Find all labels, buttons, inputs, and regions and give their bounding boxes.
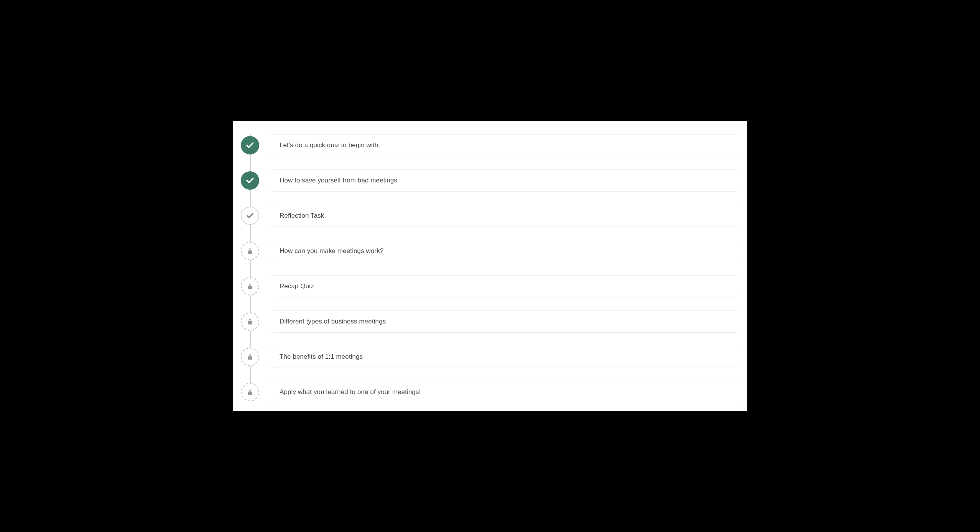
check-icon [246, 212, 254, 220]
status-badge-completed [241, 171, 259, 190]
lesson-title: How to save yourself from bad meetings [280, 177, 397, 184]
lesson-item[interactable]: Reflection Task [241, 205, 739, 227]
lesson-title: The benefits of 1:1 meetings [280, 353, 363, 360]
lesson-card[interactable]: Reflection Task [271, 205, 739, 227]
lesson-title: Different types of business meetings [280, 318, 386, 325]
status-badge-current [241, 207, 259, 225]
lock-icon [247, 353, 253, 360]
lesson-item: Different types of business meetings [241, 310, 739, 333]
check-icon [245, 176, 255, 185]
lesson-card: The benefits of 1:1 meetings [271, 346, 739, 368]
lesson-card: Recap Quiz [271, 275, 739, 297]
lesson-title: Recap Quiz [280, 282, 314, 290]
lock-icon [247, 318, 253, 325]
status-badge-locked [241, 383, 259, 401]
lesson-title: How can you make meetings work? [280, 247, 383, 255]
check-icon [245, 141, 255, 150]
lesson-card: Different types of business meetings [271, 310, 739, 333]
lesson-item: Recap Quiz [241, 275, 739, 297]
lock-icon [247, 283, 253, 290]
lesson-list: Let's do a quick quiz to begin with. How… [241, 134, 739, 403]
lesson-item: Apply what you learned to one of your me… [241, 381, 739, 403]
lesson-card[interactable]: How to save yourself from bad meetings [271, 169, 739, 192]
status-badge-completed [241, 136, 259, 154]
lock-icon [247, 389, 253, 396]
lock-icon [247, 248, 253, 255]
course-progress-panel: Let's do a quick quiz to begin with. How… [233, 121, 747, 411]
lesson-item: How can you make meetings work? [241, 240, 739, 262]
lesson-item: The benefits of 1:1 meetings [241, 346, 739, 368]
lesson-title: Apply what you learned to one of your me… [280, 388, 421, 396]
status-badge-locked [241, 348, 259, 366]
status-badge-locked [241, 312, 259, 331]
status-badge-locked [241, 277, 259, 296]
lesson-card[interactable]: Let's do a quick quiz to begin with. [271, 134, 739, 156]
lesson-title: Reflection Task [280, 212, 324, 219]
lesson-card: How can you make meetings work? [271, 240, 739, 262]
lesson-card: Apply what you learned to one of your me… [271, 381, 739, 403]
status-badge-locked [241, 242, 259, 260]
lesson-item[interactable]: Let's do a quick quiz to begin with. [241, 134, 739, 156]
lesson-item[interactable]: How to save yourself from bad meetings [241, 169, 739, 192]
lesson-title: Let's do a quick quiz to begin with. [280, 141, 380, 149]
